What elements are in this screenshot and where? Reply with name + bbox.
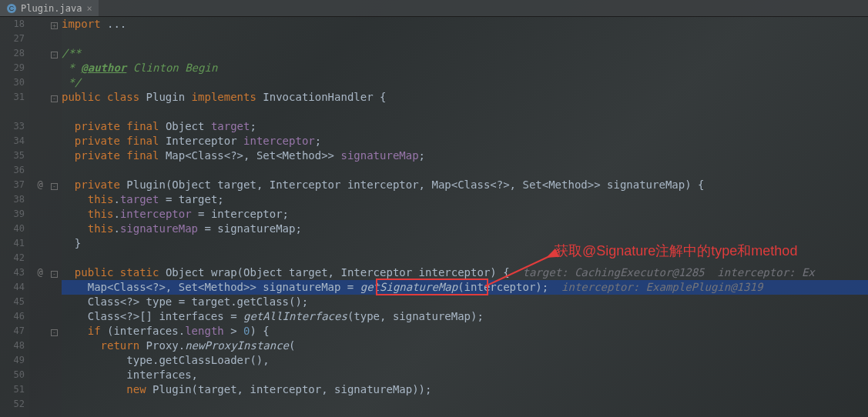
tab-bar: C Plugin.java × [0, 0, 868, 17]
fold-icon[interactable]: - [51, 271, 58, 278]
line-number-gutter: 18 27 28 29 30 31 33 34 35 36 37 38 39 4… [0, 17, 29, 417]
file-tab[interactable]: C Plugin.java × [0, 0, 99, 16]
code-line: new Plugin(target, interceptor, signatur… [62, 382, 868, 397]
close-icon[interactable]: × [86, 3, 92, 14]
code-line: private Plugin(Object target, Intercepto… [62, 178, 868, 192]
code-line: public static Object wrap(Object target,… [62, 265, 868, 280]
code-line: this.interceptor = interceptor; [62, 207, 868, 222]
code-line: * @author Clinton Begin [62, 61, 868, 75]
tab-label: Plugin.java [21, 3, 82, 14]
fold-gutter: + - - - - - [51, 17, 62, 417]
code-line: this.target = target; [62, 192, 868, 207]
code-line: interfaces, [62, 368, 868, 382]
code-line: public class Plugin implements Invocatio… [62, 90, 868, 105]
code-line-highlighted: Map<Class<?>, Set<Method>> signatureMap … [62, 280, 868, 295]
annotation-text: 获取@Signature注解中的type和method [555, 242, 797, 260]
code-line: Class<?> type = target.getClass(); [62, 295, 868, 309]
code-line [62, 32, 868, 46]
code-line: /** [62, 46, 868, 61]
java-class-icon: C [6, 3, 17, 14]
svg-text:C: C [9, 5, 15, 12]
code-line: private final Object target; [62, 119, 868, 134]
code-line: Class<?>[] interfaces = getAllInterfaces… [62, 309, 868, 324]
code-line [62, 163, 868, 178]
code-line [62, 105, 868, 119]
code-line: import ... [62, 17, 868, 32]
code-line: return Proxy.newProxyInstance( [62, 339, 868, 353]
fold-icon[interactable]: - [51, 329, 58, 336]
code-line: private final Map<Class<?>, Set<Method>>… [62, 148, 868, 163]
fold-icon[interactable]: - [51, 183, 58, 190]
editor: 18 27 28 29 30 31 33 34 35 36 37 38 39 4… [0, 17, 868, 417]
code-line: if (interfaces.length > 0) { [62, 324, 868, 339]
code-line [62, 397, 868, 412]
fold-icon[interactable]: - [51, 95, 58, 102]
code-line: this.signatureMap = signatureMap; [62, 222, 868, 236]
annotation-gutter: @ @ [29, 17, 51, 417]
code-area[interactable]: import ... /** * @author Clinton Begin *… [62, 17, 868, 417]
fold-icon[interactable]: - [51, 52, 58, 58]
fold-icon[interactable]: + [51, 22, 58, 29]
code-line: type.getClassLoader(), [62, 353, 868, 368]
code-line: private final Interceptor interceptor; [62, 134, 868, 148]
code-line: */ [62, 75, 868, 90]
